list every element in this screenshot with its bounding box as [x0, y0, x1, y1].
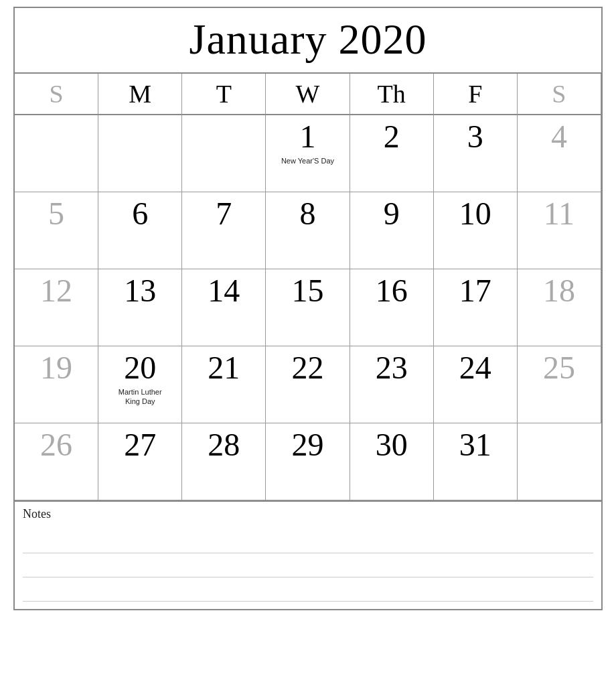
- day-number: 31: [439, 427, 512, 463]
- notes-line-2[interactable]: [23, 553, 593, 577]
- day-number: 2: [356, 119, 428, 155]
- notes-line-1[interactable]: [23, 529, 593, 553]
- calendar-grid: S M T W Th F S 1 New Year'S Day 2 3 4 5 …: [15, 74, 601, 502]
- day-cell-21: 21: [182, 346, 266, 423]
- header-tue: T: [182, 74, 266, 115]
- day-number: 10: [439, 196, 512, 232]
- day-cell-6: 6: [98, 192, 182, 269]
- day-cell-16: 16: [350, 269, 434, 346]
- day-number: 30: [356, 427, 428, 463]
- day-cell-4: 4: [518, 115, 601, 192]
- day-number: 4: [523, 119, 595, 155]
- header-sun: S: [15, 74, 98, 115]
- day-cell-7: 7: [182, 192, 266, 269]
- day-cell-19: 19: [15, 346, 98, 423]
- notes-line-3[interactable]: [23, 577, 593, 602]
- day-number: 23: [356, 350, 428, 386]
- day-cell-9: 9: [350, 192, 434, 269]
- day-number: 26: [20, 427, 92, 463]
- day-cell-31: 31: [434, 423, 518, 500]
- day-cell-10: 10: [434, 192, 518, 269]
- day-number: 5: [20, 196, 92, 232]
- header-wed: W: [266, 74, 350, 115]
- day-cell-29: 29: [266, 423, 350, 500]
- day-cell-23: 23: [350, 346, 434, 423]
- day-number: 1: [271, 119, 343, 155]
- day-number: 3: [439, 119, 512, 155]
- day-cell-3: 3: [434, 115, 518, 192]
- day-cell-27: 27: [98, 423, 182, 500]
- day-cell-24: 24: [434, 346, 518, 423]
- header-thu: Th: [350, 74, 434, 115]
- day-cell: [182, 115, 266, 192]
- header-sat: S: [518, 74, 601, 115]
- day-cell-empty: [518, 423, 601, 500]
- day-cell-28: 28: [182, 423, 266, 500]
- day-number: 9: [356, 196, 428, 232]
- calendar-title: January 2020: [15, 8, 601, 74]
- day-number: 14: [187, 273, 260, 309]
- day-cell-22: 22: [266, 346, 350, 423]
- day-number: 11: [523, 196, 595, 232]
- day-number: 7: [187, 196, 260, 232]
- notes-section: Notes: [15, 502, 601, 609]
- day-cell-8: 8: [266, 192, 350, 269]
- day-cell-26: 26: [15, 423, 98, 500]
- day-cell-2: 2: [350, 115, 434, 192]
- day-cell-25: 25: [518, 346, 601, 423]
- header-mon: M: [98, 74, 182, 115]
- day-number: 27: [104, 427, 176, 463]
- day-cell-11: 11: [518, 192, 601, 269]
- day-cell: [15, 115, 98, 192]
- day-cell-17: 17: [434, 269, 518, 346]
- header-fri: F: [434, 74, 518, 115]
- day-number: 25: [523, 350, 595, 386]
- day-number: 28: [187, 427, 260, 463]
- holiday-label-mlk: Martin LutherKing Day: [104, 387, 176, 407]
- day-number: 13: [104, 273, 176, 309]
- notes-label: Notes: [23, 507, 593, 521]
- day-number: 6: [104, 196, 176, 232]
- notes-lines: [23, 529, 593, 602]
- holiday-label: New Year'S Day: [271, 156, 343, 165]
- day-cell-15: 15: [266, 269, 350, 346]
- day-cell-1: 1 New Year'S Day: [266, 115, 350, 192]
- day-number: 17: [439, 273, 512, 309]
- day-cell-18: 18: [518, 269, 601, 346]
- calendar-container: January 2020 S M T W Th F S 1 New Year'S…: [13, 7, 603, 610]
- day-number: 29: [271, 427, 343, 463]
- day-cell-12: 12: [15, 269, 98, 346]
- day-number: 21: [187, 350, 260, 386]
- day-number: 20: [104, 350, 176, 386]
- day-number: 12: [20, 273, 92, 309]
- day-number: 15: [271, 273, 343, 309]
- day-number: 24: [439, 350, 512, 386]
- day-cell-5: 5: [15, 192, 98, 269]
- day-cell: [98, 115, 182, 192]
- day-number: 16: [356, 273, 428, 309]
- day-number: 18: [523, 273, 595, 309]
- day-number: 22: [271, 350, 343, 386]
- day-cell-20: 20 Martin LutherKing Day: [98, 346, 182, 423]
- day-cell-14: 14: [182, 269, 266, 346]
- day-number: 19: [20, 350, 92, 386]
- day-cell-30: 30: [350, 423, 434, 500]
- day-cell-13: 13: [98, 269, 182, 346]
- day-number: 8: [271, 196, 343, 232]
